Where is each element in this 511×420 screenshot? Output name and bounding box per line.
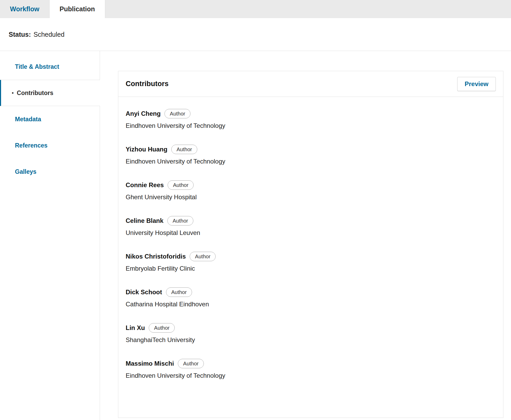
publication-sidebar: Title & Abstract Contributors Metadata R… bbox=[0, 51, 100, 420]
contributor-row: Massimo Mischi Author Eindhoven Universi… bbox=[126, 359, 496, 379]
preview-button[interactable]: Preview bbox=[457, 77, 496, 91]
contributor-name: Nikos Christoforidis bbox=[126, 253, 186, 260]
contributor-name: Dick Schoot bbox=[126, 288, 162, 296]
contributors-card: Contributors Preview Anyi Cheng Author E… bbox=[118, 71, 503, 418]
role-badge: Author bbox=[171, 145, 197, 154]
contributor-row: Connie Rees Author Ghent University Hosp… bbox=[126, 180, 496, 201]
contributor-row: Lin Xu Author ShanghaiTech University bbox=[126, 323, 496, 344]
sidebar-item[interactable]: Title & Abstract bbox=[0, 54, 100, 80]
status-label: Status: bbox=[9, 31, 31, 38]
contributor-affiliation: Ghent University Hospital bbox=[126, 193, 496, 201]
sidebar-item[interactable]: Contributors bbox=[0, 80, 100, 106]
status-value: Scheduled bbox=[34, 31, 65, 38]
contributor-name: Anyi Cheng bbox=[126, 110, 161, 117]
sidebar-item[interactable]: Metadata bbox=[0, 106, 100, 132]
role-badge: Author bbox=[166, 287, 192, 297]
contributor-name: Connie Rees bbox=[126, 181, 164, 189]
contributor-header: Anyi Cheng Author bbox=[126, 109, 496, 118]
contributor-header: Celine Blank Author bbox=[126, 216, 496, 225]
contributor-name: Celine Blank bbox=[126, 217, 163, 224]
contributor-row: Yizhou Huang Author Eindhoven University… bbox=[126, 145, 496, 165]
contributor-row: Nikos Christoforidis Author Embryolab Fe… bbox=[126, 252, 496, 272]
contributor-affiliation: Eindhoven University of Technology bbox=[126, 372, 496, 379]
sidebar-item[interactable]: References bbox=[0, 132, 100, 159]
contributor-row: Dick Schoot Author Catharina Hospital Ei… bbox=[126, 287, 496, 308]
top-tab-bar: Workflow Publication bbox=[0, 0, 511, 18]
contributor-header: Connie Rees Author bbox=[126, 180, 496, 190]
panel-title: Contributors bbox=[126, 80, 168, 88]
sidebar-item[interactable]: Galleys bbox=[0, 159, 100, 185]
contributor-affiliation: University Hospital Leuven bbox=[126, 229, 496, 237]
tab[interactable]: Publication bbox=[49, 0, 105, 18]
contributors-card-header: Contributors Preview bbox=[118, 71, 503, 97]
role-badge: Author bbox=[149, 323, 175, 333]
role-badge: Author bbox=[168, 180, 194, 190]
contributor-header: Yizhou Huang Author bbox=[126, 145, 496, 154]
role-badge: Author bbox=[167, 216, 193, 225]
contributor-header: Nikos Christoforidis Author bbox=[126, 252, 496, 261]
contributor-header: Massimo Mischi Author bbox=[126, 359, 496, 368]
content-area: Title & Abstract Contributors Metadata R… bbox=[0, 51, 511, 420]
contributor-name: Lin Xu bbox=[126, 324, 145, 332]
contributor-affiliation: Catharina Hospital Eindhoven bbox=[126, 301, 496, 308]
contributor-header: Dick Schoot Author bbox=[126, 287, 496, 297]
main-panel: Contributors Preview Anyi Cheng Author E… bbox=[100, 51, 511, 420]
contributor-affiliation: Eindhoven University of Technology bbox=[126, 158, 496, 165]
role-badge: Author bbox=[164, 109, 190, 118]
contributor-affiliation: Embryolab Fertility Clinic bbox=[126, 265, 496, 272]
contributors-list: Anyi Cheng Author Eindhoven University o… bbox=[118, 97, 503, 401]
tab[interactable]: Workflow bbox=[0, 0, 49, 18]
contributor-row: Anyi Cheng Author Eindhoven University o… bbox=[126, 109, 496, 129]
role-badge: Author bbox=[178, 359, 204, 368]
contributor-affiliation: ShanghaiTech University bbox=[126, 336, 496, 344]
contributor-name: Massimo Mischi bbox=[126, 360, 174, 367]
contributor-row: Celine Blank Author University Hospital … bbox=[126, 216, 496, 237]
contributor-header: Lin Xu Author bbox=[126, 323, 496, 333]
role-badge: Author bbox=[190, 252, 216, 261]
contributor-name: Yizhou Huang bbox=[126, 146, 167, 153]
status-bar: Status: Scheduled bbox=[0, 18, 511, 51]
contributor-affiliation: Eindhoven University of Technology bbox=[126, 122, 496, 129]
